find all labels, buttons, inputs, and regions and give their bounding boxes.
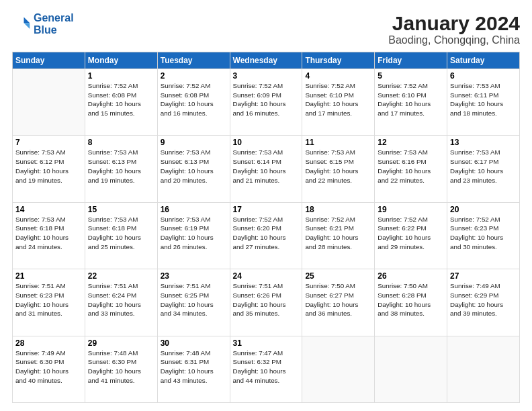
day-info: Sunrise: 7:51 AM Sunset: 6:26 PM Dayligh… [233, 281, 300, 318]
calendar-title: January 2024 [388, 12, 520, 34]
logo: General Blue [12, 12, 74, 36]
day-number: 16 [161, 205, 227, 214]
calendar-cell: 20Sunrise: 7:52 AM Sunset: 6:23 PM Dayli… [447, 202, 520, 269]
day-info: Sunrise: 7:53 AM Sunset: 6:12 PM Dayligh… [15, 148, 82, 185]
calendar-body: 1Sunrise: 7:52 AM Sunset: 6:08 PM Daylig… [13, 69, 520, 403]
calendar-cell: 24Sunrise: 7:51 AM Sunset: 6:26 PM Dayli… [230, 269, 302, 336]
day-info: Sunrise: 7:51 AM Sunset: 6:23 PM Dayligh… [15, 281, 82, 318]
calendar-cell: 7Sunrise: 7:53 AM Sunset: 6:12 PM Daylig… [13, 136, 85, 202]
day-info: Sunrise: 7:53 AM Sunset: 6:16 PM Dayligh… [378, 148, 444, 185]
day-info: Sunrise: 7:53 AM Sunset: 6:18 PM Dayligh… [88, 215, 154, 252]
day-number: 29 [88, 338, 154, 348]
calendar-cell [375, 336, 447, 402]
calendar-cell: 1Sunrise: 7:52 AM Sunset: 6:08 PM Daylig… [85, 69, 157, 136]
day-number: 23 [161, 271, 227, 281]
day-info: Sunrise: 7:49 AM Sunset: 6:29 PM Dayligh… [450, 281, 517, 318]
day-number: 15 [88, 205, 154, 214]
day-number: 9 [161, 138, 227, 147]
day-info: Sunrise: 7:53 AM Sunset: 6:18 PM Dayligh… [15, 215, 82, 252]
day-info: Sunrise: 7:52 AM Sunset: 6:10 PM Dayligh… [378, 81, 444, 118]
calendar-header: Sunday Monday Tuesday Wednesday Thursday… [13, 52, 520, 69]
header-saturday: Saturday [447, 52, 520, 69]
logo-line1: General [34, 12, 74, 24]
day-info: Sunrise: 7:53 AM Sunset: 6:14 PM Dayligh… [233, 148, 300, 185]
day-info: Sunrise: 7:47 AM Sunset: 6:32 PM Dayligh… [233, 349, 300, 385]
calendar-cell: 26Sunrise: 7:50 AM Sunset: 6:28 PM Dayli… [375, 269, 447, 336]
day-number: 8 [88, 138, 154, 147]
calendar-cell [13, 69, 85, 136]
calendar-subtitle: Baoding, Chongqing, China [388, 34, 520, 46]
day-number: 5 [378, 71, 444, 81]
day-info: Sunrise: 7:48 AM Sunset: 6:31 PM Dayligh… [161, 349, 227, 385]
day-info: Sunrise: 7:52 AM Sunset: 6:21 PM Dayligh… [305, 215, 371, 252]
calendar-cell: 27Sunrise: 7:49 AM Sunset: 6:29 PM Dayli… [447, 269, 520, 336]
day-info: Sunrise: 7:52 AM Sunset: 6:09 PM Dayligh… [233, 81, 300, 118]
day-number: 31 [233, 338, 300, 348]
svg-marker-1 [24, 23, 30, 29]
calendar-cell: 2Sunrise: 7:52 AM Sunset: 6:08 PM Daylig… [157, 69, 230, 136]
weekday-header-row: Sunday Monday Tuesday Wednesday Thursday… [13, 52, 520, 69]
day-number: 14 [15, 205, 82, 214]
day-number: 30 [161, 338, 227, 348]
calendar-cell: 5Sunrise: 7:52 AM Sunset: 6:10 PM Daylig… [375, 69, 447, 136]
day-number: 27 [450, 271, 517, 281]
svg-marker-0 [24, 17, 30, 23]
day-info: Sunrise: 7:52 AM Sunset: 6:20 PM Dayligh… [233, 215, 300, 252]
calendar-cell: 15Sunrise: 7:53 AM Sunset: 6:18 PM Dayli… [85, 202, 157, 269]
day-number: 11 [305, 138, 371, 147]
day-info: Sunrise: 7:48 AM Sunset: 6:30 PM Dayligh… [88, 349, 154, 385]
header-sunday: Sunday [13, 52, 85, 69]
calendar-cell: 8Sunrise: 7:53 AM Sunset: 6:13 PM Daylig… [85, 136, 157, 202]
calendar-cell: 23Sunrise: 7:51 AM Sunset: 6:25 PM Dayli… [157, 269, 230, 336]
day-info: Sunrise: 7:51 AM Sunset: 6:24 PM Dayligh… [88, 281, 154, 318]
calendar-cell: 11Sunrise: 7:53 AM Sunset: 6:15 PM Dayli… [302, 136, 375, 202]
day-info: Sunrise: 7:53 AM Sunset: 6:19 PM Dayligh… [161, 215, 227, 252]
title-block: January 2024 Baoding, Chongqing, China [388, 12, 520, 46]
calendar-cell: 22Sunrise: 7:51 AM Sunset: 6:24 PM Dayli… [85, 269, 157, 336]
calendar-cell: 21Sunrise: 7:51 AM Sunset: 6:23 PM Dayli… [13, 269, 85, 336]
calendar-cell: 16Sunrise: 7:53 AM Sunset: 6:19 PM Dayli… [157, 202, 230, 269]
logo-icon [12, 15, 31, 34]
header: General Blue January 2024 Baoding, Chong… [12, 12, 520, 46]
calendar-cell: 30Sunrise: 7:48 AM Sunset: 6:31 PM Dayli… [157, 336, 230, 402]
page: General Blue January 2024 Baoding, Chong… [0, 0, 532, 411]
day-number: 25 [305, 271, 371, 281]
calendar-cell: 28Sunrise: 7:49 AM Sunset: 6:30 PM Dayli… [13, 336, 85, 402]
day-info: Sunrise: 7:52 AM Sunset: 6:08 PM Dayligh… [88, 81, 154, 118]
day-number: 2 [161, 71, 227, 81]
day-number: 20 [450, 205, 517, 214]
logo-line2: Blue [34, 24, 57, 36]
calendar-cell: 25Sunrise: 7:50 AM Sunset: 6:27 PM Dayli… [302, 269, 375, 336]
day-number: 1 [88, 71, 154, 81]
day-info: Sunrise: 7:52 AM Sunset: 6:22 PM Dayligh… [378, 215, 444, 252]
day-number: 26 [378, 271, 444, 281]
logo-text: General Blue [34, 12, 74, 36]
day-number: 24 [233, 271, 300, 281]
day-number: 21 [15, 271, 82, 281]
calendar-cell: 19Sunrise: 7:52 AM Sunset: 6:22 PM Dayli… [375, 202, 447, 269]
day-number: 6 [450, 71, 517, 81]
day-number: 12 [378, 138, 444, 147]
day-info: Sunrise: 7:53 AM Sunset: 6:13 PM Dayligh… [161, 148, 227, 185]
day-number: 19 [378, 205, 444, 214]
header-friday: Friday [375, 52, 447, 69]
day-info: Sunrise: 7:50 AM Sunset: 6:27 PM Dayligh… [305, 281, 371, 318]
header-thursday: Thursday [302, 52, 375, 69]
calendar-cell: 3Sunrise: 7:52 AM Sunset: 6:09 PM Daylig… [230, 69, 302, 136]
calendar-cell: 13Sunrise: 7:53 AM Sunset: 6:17 PM Dayli… [447, 136, 520, 202]
calendar-cell: 14Sunrise: 7:53 AM Sunset: 6:18 PM Dayli… [13, 202, 85, 269]
header-tuesday: Tuesday [157, 52, 230, 69]
day-info: Sunrise: 7:52 AM Sunset: 6:08 PM Dayligh… [161, 81, 227, 118]
calendar-cell [447, 336, 520, 402]
day-number: 17 [233, 205, 300, 214]
calendar-cell: 4Sunrise: 7:52 AM Sunset: 6:10 PM Daylig… [302, 69, 375, 136]
day-info: Sunrise: 7:51 AM Sunset: 6:25 PM Dayligh… [161, 281, 227, 318]
header-monday: Monday [85, 52, 157, 69]
calendar-week-row: 14Sunrise: 7:53 AM Sunset: 6:18 PM Dayli… [13, 202, 520, 269]
calendar-cell: 18Sunrise: 7:52 AM Sunset: 6:21 PM Dayli… [302, 202, 375, 269]
day-info: Sunrise: 7:52 AM Sunset: 6:23 PM Dayligh… [450, 215, 517, 252]
day-info: Sunrise: 7:49 AM Sunset: 6:30 PM Dayligh… [15, 349, 82, 385]
calendar-week-row: 1Sunrise: 7:52 AM Sunset: 6:08 PM Daylig… [13, 69, 520, 136]
calendar-cell: 10Sunrise: 7:53 AM Sunset: 6:14 PM Dayli… [230, 136, 302, 202]
day-info: Sunrise: 7:53 AM Sunset: 6:11 PM Dayligh… [450, 81, 517, 118]
